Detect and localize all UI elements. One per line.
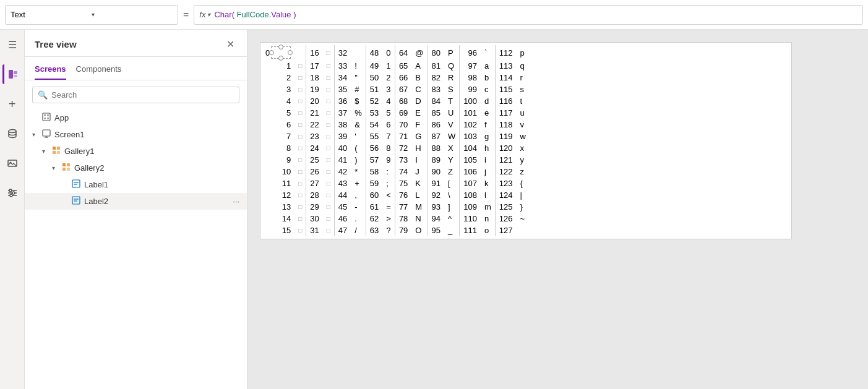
tree-title: Tree view <box>35 39 77 49</box>
ascii-char: G <box>411 130 428 142</box>
ascii-num: 24 <box>306 142 323 154</box>
ascii-num: 58 <box>366 166 382 177</box>
ascii-char: W <box>444 130 460 142</box>
ascii-char: ? <box>382 224 395 236</box>
ascii-num: 82 <box>428 72 444 83</box>
ascii-char: A <box>411 60 428 72</box>
ascii-char: q <box>517 60 530 72</box>
ascii-num: 100 <box>460 95 481 107</box>
hamburger-icon[interactable]: ☰ <box>2 35 22 54</box>
label2-icon <box>72 196 80 207</box>
label1-icon <box>72 179 80 190</box>
tree-item-screen1[interactable]: ▾ Screen1 <box>25 126 247 143</box>
ascii-char: \ <box>444 189 460 201</box>
tree-items: App ▾ Screen1 ▾ <box>25 109 247 389</box>
tree-item-label2[interactable]: Label2 ··· <box>25 193 247 210</box>
ascii-num: 52 <box>366 95 382 107</box>
ascii-char: , <box>351 189 366 201</box>
ascii-char: h <box>481 142 495 154</box>
ascii-num: 74 <box>395 166 411 177</box>
ascii-char: 4 <box>382 95 395 107</box>
ascii-char: □ <box>294 72 306 83</box>
formula-bar[interactable]: fx ▾ Char( FullCode.Value ) <box>194 5 863 25</box>
ascii-char: 8 <box>382 142 395 154</box>
ascii-num: 33 <box>334 60 351 72</box>
ascii-num: 108 <box>460 189 481 201</box>
ascii-num: 107 <box>460 177 481 189</box>
ascii-char: U <box>444 107 460 119</box>
tree-item-gallery2[interactable]: ▾ Gallery2 <box>25 160 247 176</box>
ascii-char: R <box>444 72 460 83</box>
tree-close-button[interactable]: ✕ <box>224 37 237 51</box>
ascii-char: e <box>481 107 495 119</box>
svg-rect-16 <box>47 118 49 119</box>
ascii-char: ; <box>382 177 395 189</box>
layers-icon[interactable] <box>2 64 22 84</box>
tree-item-gallery1[interactable]: ▾ Gallery1 <box>25 143 247 160</box>
ascii-char: P <box>444 45 460 60</box>
ascii-num: 78 <box>395 213 411 224</box>
label2-context-menu[interactable]: ··· <box>233 197 239 206</box>
search-input[interactable] <box>51 90 234 100</box>
tab-screens[interactable]: Screens <box>35 62 66 80</box>
ascii-char: b <box>481 72 495 83</box>
ascii-num: 81 <box>428 60 444 72</box>
ascii-num: 56 <box>366 142 382 154</box>
ascii-num: 90 <box>428 166 444 177</box>
component-dropdown[interactable]: Text ▾ <box>5 5 178 25</box>
canvas-area: 0 16□32 48064@80P96`112p1□17□33!49165A81… <box>247 30 868 389</box>
ascii-char: □ <box>323 107 335 119</box>
ascii-char: □ <box>294 119 306 130</box>
media-icon[interactable] <box>2 153 22 173</box>
ascii-char: □ <box>323 83 335 95</box>
ascii-char: F <box>411 119 428 130</box>
ascii-char: □ <box>323 142 335 154</box>
label1-label: Label1 <box>84 180 239 189</box>
ascii-num: 34 <box>334 72 351 83</box>
ascii-char: y <box>517 154 530 166</box>
ascii-num: 63 <box>366 224 382 236</box>
table-row: 14□30□46.62>78N94^110n126~ <box>263 213 530 224</box>
ascii-char: k <box>481 177 495 189</box>
ascii-char: w <box>517 130 530 142</box>
controls-icon[interactable] <box>2 183 22 203</box>
ascii-num: 12 <box>263 189 294 201</box>
svg-rect-27 <box>67 168 70 171</box>
ascii-char: n <box>481 213 495 224</box>
ascii-num: 64 <box>395 45 411 60</box>
ascii-num: 116 <box>495 95 516 107</box>
svg-rect-0 <box>9 70 13 79</box>
add-icon[interactable]: + <box>2 94 22 114</box>
ascii-num: 13 <box>263 201 294 213</box>
ascii-char: = <box>382 201 395 213</box>
tab-components[interactable]: Components <box>76 62 122 80</box>
svg-rect-24 <box>62 163 66 166</box>
tree-item-label1[interactable]: Label1 <box>25 176 247 193</box>
ascii-char: ^ <box>444 213 460 224</box>
search-box[interactable]: 🔍 <box>32 87 239 103</box>
ascii-char: " <box>351 72 366 83</box>
ascii-char: □ <box>323 60 335 72</box>
ascii-num: 118 <box>495 119 516 130</box>
ascii-num: 39 <box>334 130 351 142</box>
ascii-num: 117 <box>495 107 516 119</box>
ascii-num: 8 <box>263 142 294 154</box>
ascii-num: 113 <box>495 60 516 72</box>
ascii-num: 91 <box>428 177 444 189</box>
ascii-num: 76 <box>395 189 411 201</box>
ascii-num: 1 <box>263 60 294 72</box>
ascii-num: 21 <box>306 107 323 119</box>
svg-rect-17 <box>43 130 50 136</box>
tree-item-app[interactable]: App <box>25 109 247 126</box>
ascii-num: 15 <box>263 224 294 236</box>
ascii-num: 29 <box>306 201 323 213</box>
ascii-char: 1 <box>382 60 395 72</box>
table-row: 8□24□40(56872H88X104h120x <box>263 142 530 154</box>
database-icon[interactable] <box>2 124 22 143</box>
ascii-char: p <box>517 45 530 60</box>
ascii-char: □ <box>323 154 335 166</box>
ascii-char: N <box>411 213 428 224</box>
ascii-char: < <box>382 189 395 201</box>
ascii-char: 7 <box>382 130 395 142</box>
ascii-num: 105 <box>460 154 481 166</box>
